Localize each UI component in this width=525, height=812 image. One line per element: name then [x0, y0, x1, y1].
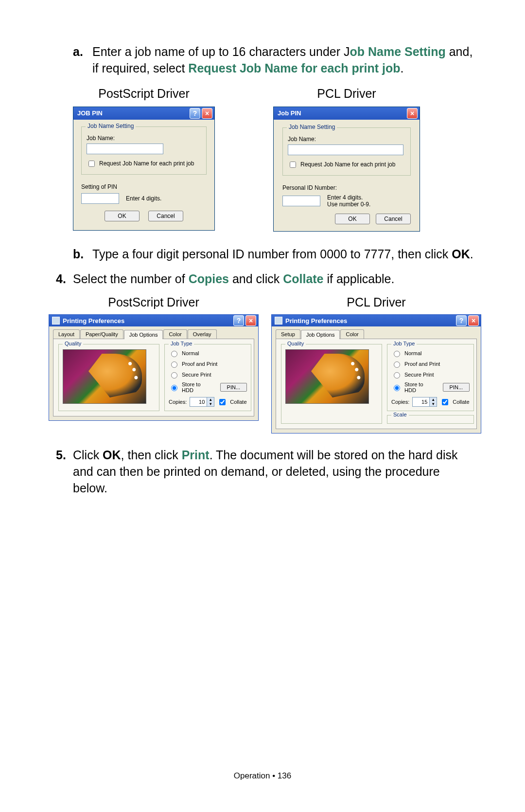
pin-section-label-ps: Setting of PIN	[81, 183, 207, 190]
radio-proof-ps[interactable]	[171, 361, 177, 368]
step-a-label: a.	[73, 44, 92, 77]
tab-joboptions-pcl[interactable]: Job Options	[301, 330, 340, 339]
pin-hint2-pcl: Use number 0-9.	[327, 201, 370, 208]
help-icon[interactable]: ?	[233, 315, 244, 326]
quality-group-pcl: Quality	[281, 344, 382, 424]
spinner-down-icon[interactable]: ▼	[429, 402, 437, 406]
prefs-pcl-title: Printing Preferences	[285, 317, 347, 325]
radio-storehdd-ps[interactable]	[171, 385, 177, 391]
step-b: b. Type a four digit personal ID number …	[73, 246, 476, 263]
quality-legend-ps: Quality	[63, 341, 83, 346]
radio-proof-pcl[interactable]	[394, 361, 400, 368]
scale-legend-pcl: Scale	[391, 412, 409, 417]
radio-normal-pcl[interactable]	[394, 351, 400, 357]
close-icon[interactable]: ×	[407, 108, 418, 119]
pin-hint-ps: Enter 4 digits.	[126, 195, 161, 202]
collate-checkbox-ps[interactable]	[219, 399, 226, 405]
tab-joboptions[interactable]: Job Options	[124, 330, 163, 339]
jobpin-ps-title: JOB PIN	[77, 109, 103, 117]
collate-label-pcl: Collate	[453, 399, 469, 405]
prefs-ps-window: Printing Preferences ? × Layout Paper/Qu…	[49, 314, 259, 421]
jobname-group-pcl: Job Name Setting Job Name: Request Job N…	[282, 127, 411, 176]
copies-label-ps: Copies:	[169, 399, 187, 405]
radio-normal-ps[interactable]	[171, 351, 177, 357]
radio-secure-ps[interactable]	[171, 372, 177, 379]
scale-group-pcl: Scale	[387, 415, 474, 424]
jobname-group-ps: Job Name Setting Job Name: Request Job N…	[81, 126, 207, 175]
jobname-legend-pcl: Job Name Setting	[287, 124, 337, 130]
ok-button-pcl[interactable]: OK	[335, 214, 370, 224]
close-icon[interactable]: ×	[202, 108, 212, 119]
radio-storehdd-pcl[interactable]	[394, 385, 400, 391]
copies-spinner-ps[interactable]: 10 ▲▼	[190, 397, 214, 407]
jobname-label-pcl: Job Name:	[288, 136, 405, 143]
jobname-legend-ps: Job Name Setting	[86, 123, 136, 129]
copies-spinner-pcl[interactable]: 15 ▲▼	[412, 397, 437, 407]
radio-secure-pcl[interactable]	[394, 372, 400, 379]
prefs-ps-tabs: Layout Paper/Quality Job Options Color O…	[49, 326, 258, 339]
printer-icon	[275, 317, 282, 325]
collate-checkbox-pcl[interactable]	[442, 399, 448, 405]
help-icon[interactable]: ?	[456, 315, 467, 326]
cancel-button-ps[interactable]: Cancel	[148, 211, 183, 221]
quality-group-ps: Quality	[58, 344, 159, 411]
prefs-ps-title: Printing Preferences	[63, 317, 124, 325]
tab-layout[interactable]: Layout	[53, 329, 80, 339]
step-4-label: 4.	[56, 271, 73, 288]
request-jobname-label-ps: Request Job Name for each print job	[99, 160, 194, 167]
printer-icon	[52, 317, 60, 325]
step-5-text: Click OK, then click Print. The document…	[73, 447, 476, 496]
page-footer: Operation • 136	[0, 771, 525, 781]
preview-image-pcl	[285, 349, 369, 404]
prefs-figure-row: PostScript Driver Printing Preferences ?…	[49, 295, 476, 433]
ps-label-1: PostScript Driver	[73, 87, 215, 101]
spinner-up-icon[interactable]: ▲	[207, 397, 214, 402]
tab-overlay[interactable]: Overlay	[188, 329, 217, 339]
prefs-pcl-titlebar[interactable]: Printing Preferences ? ×	[272, 315, 481, 326]
collate-label-ps: Collate	[230, 399, 246, 405]
pin-input-ps[interactable]	[81, 193, 119, 204]
tab-paperquality[interactable]: Paper/Quality	[80, 329, 123, 339]
ps-label-2: PostScript Driver	[49, 295, 259, 309]
request-jobname-checkbox-pcl[interactable]	[290, 162, 296, 168]
jobname-input-ps[interactable]	[87, 144, 163, 154]
request-jobname-checkbox-ps[interactable]	[88, 161, 95, 167]
quality-legend-pcl: Quality	[285, 341, 306, 346]
step-4-text: Select the number of Copies and click Co…	[73, 271, 394, 288]
step-b-label: b.	[73, 246, 92, 263]
prefs-pcl-window: Printing Preferences ? × Setup Job Optio…	[271, 314, 481, 433]
jobtype-group-pcl: Job Type Normal Proof and Print Secure P…	[387, 344, 474, 411]
jobpin-ps-dialog: JOB PIN ? × Job Name Setting Job Name: R…	[73, 107, 215, 231]
preview-image-ps	[63, 349, 146, 404]
tab-setup[interactable]: Setup	[276, 329, 300, 339]
help-icon[interactable]: ?	[190, 108, 200, 119]
ok-button-ps[interactable]: OK	[105, 211, 140, 221]
step-b-text: Type a four digit personal ID number fro…	[92, 246, 473, 263]
prefs-pcl-tabs: Setup Job Options Color	[272, 326, 481, 339]
pin-button-ps[interactable]: PIN...	[220, 383, 246, 392]
jobpin-pcl-dialog: Job PIN × Job Name Setting Job Name: Req…	[273, 107, 420, 232]
jobpin-ps-titlebar[interactable]: JOB PIN ? ×	[73, 107, 214, 120]
tab-color[interactable]: Color	[163, 329, 187, 339]
jobtype-legend-pcl: Job Type	[391, 341, 417, 346]
step-a: a. Enter a job name of up to 16 characte…	[73, 44, 476, 77]
butterfly-icon	[88, 354, 142, 397]
pin-button-pcl[interactable]: PIN...	[443, 383, 469, 392]
pcl-label-2: PCL Driver	[271, 295, 481, 309]
tab-color-pcl[interactable]: Color	[340, 329, 364, 339]
pin-input-pcl[interactable]	[282, 196, 320, 206]
jobpin-pcl-titlebar[interactable]: Job PIN ×	[274, 107, 420, 120]
spinner-down-icon[interactable]: ▼	[207, 402, 214, 406]
copies-label-pcl: Copies:	[391, 399, 409, 405]
jobtype-legend-ps: Job Type	[169, 341, 194, 346]
cancel-button-pcl[interactable]: Cancel	[376, 214, 411, 224]
close-icon[interactable]: ×	[245, 315, 256, 326]
step-a-text: Enter a job name of up to 16 characters …	[92, 44, 476, 77]
spinner-up-icon[interactable]: ▲	[429, 397, 437, 402]
close-icon[interactable]: ×	[468, 315, 479, 326]
prefs-ps-titlebar[interactable]: Printing Preferences ? ×	[49, 315, 258, 326]
pin-hint1-pcl: Enter 4 digits.	[327, 194, 370, 201]
pcl-label-1: PCL Driver	[273, 87, 420, 101]
jobname-input-pcl[interactable]	[288, 144, 403, 155]
jobtype-group-ps: Job Type Normal Proof and Print Secure P…	[164, 344, 251, 411]
